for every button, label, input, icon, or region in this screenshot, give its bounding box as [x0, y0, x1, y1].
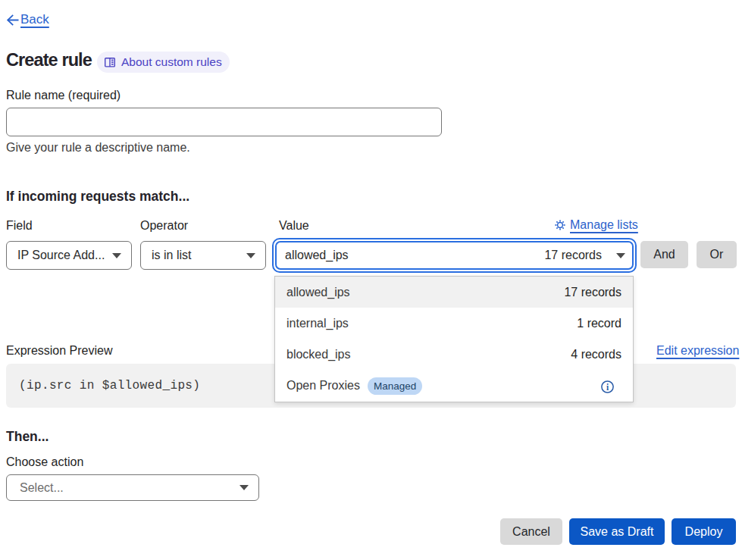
svg-text:i: i	[606, 383, 609, 392]
